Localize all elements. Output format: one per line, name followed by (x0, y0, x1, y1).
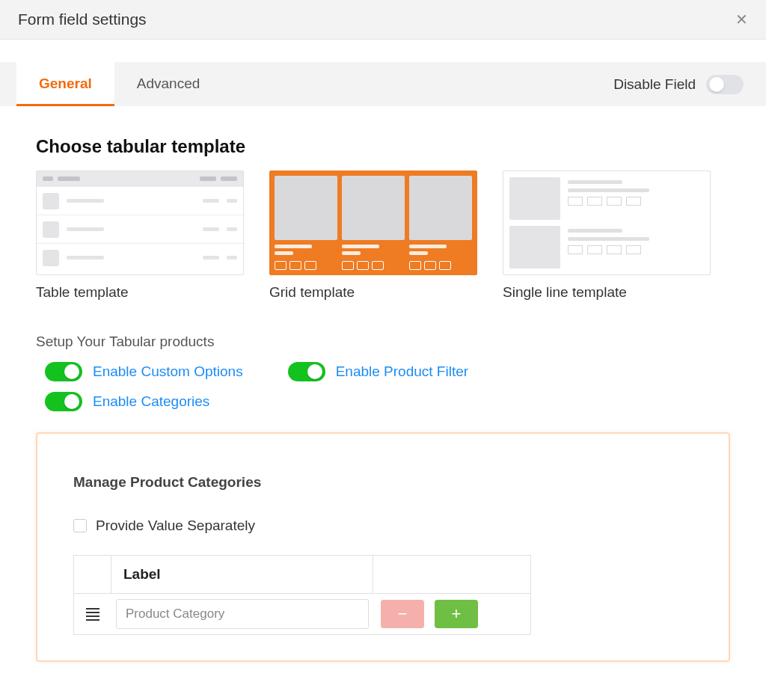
setup-title: Setup Your Tabular products (36, 334, 730, 350)
template-single-thumb (503, 171, 711, 275)
templates-title: Choose tabular template (36, 136, 730, 157)
template-grid-thumb (269, 171, 477, 275)
disable-field-group: Disable Field (613, 62, 766, 106)
tab-general[interactable]: General (16, 62, 114, 106)
remove-category-button[interactable]: − (381, 600, 424, 628)
close-icon[interactable]: ✕ (735, 10, 748, 28)
template-grid[interactable]: Grid template (269, 171, 477, 301)
toggle-custom-options[interactable] (45, 362, 82, 381)
link-custom-options[interactable]: Enable Custom Options (93, 363, 243, 380)
tabs-bar: General Advanced Disable Field (0, 62, 766, 106)
template-options: Table template Grid template Single line… (36, 171, 730, 301)
category-row: − + (74, 593, 530, 634)
category-label-input[interactable] (116, 599, 369, 629)
categories-table: Label − + (73, 555, 531, 635)
tab-advanced[interactable]: Advanced (114, 62, 223, 106)
column-label-header: Label (111, 556, 373, 593)
drag-handle-icon[interactable] (86, 608, 99, 621)
template-table[interactable]: Table template (36, 171, 244, 301)
content-area: Choose tabular template Table template (0, 106, 766, 692)
dialog-title: Form field settings (18, 10, 147, 28)
link-categories[interactable]: Enable Categories (93, 393, 209, 410)
template-table-thumb (36, 171, 244, 275)
link-product-filter[interactable]: Enable Product Filter (336, 363, 468, 380)
template-single-label: Single line template (503, 284, 711, 301)
add-category-button[interactable]: + (435, 600, 478, 628)
panel-title: Manage Product Categories (73, 474, 693, 491)
manage-categories-panel: Manage Product Categories Provide Value … (36, 432, 730, 662)
toggle-categories[interactable] (45, 392, 82, 411)
toggle-product-filter[interactable] (288, 362, 325, 381)
provide-value-checkbox[interactable] (73, 519, 87, 532)
template-table-label: Table template (36, 284, 244, 301)
provide-value-label: Provide Value Separately (96, 518, 255, 534)
dialog-header: Form field settings ✕ (0, 0, 766, 40)
template-grid-label: Grid template (269, 284, 477, 301)
disable-field-label: Disable Field (613, 76, 696, 93)
disable-field-toggle[interactable] (706, 75, 744, 94)
template-single[interactable]: Single line template (503, 171, 711, 301)
